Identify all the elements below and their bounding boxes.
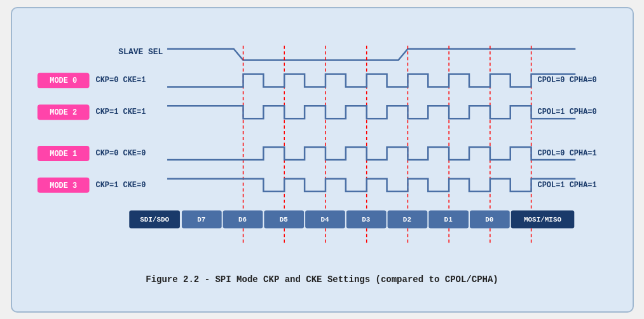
mode3-right: CPOL=1 CPHA=1: [537, 180, 596, 189]
mode1-waveform: [167, 146, 575, 159]
d1-label: D1: [444, 216, 453, 223]
diagram-area: SLAVE SEL MODE 0 CKP=0 CKE=1 CPOL=0 CPHA…: [25, 20, 620, 268]
mode3-waveform: [167, 178, 575, 191]
slave-sel-waveform: [167, 48, 575, 60]
timing-diagram-svg: SLAVE SEL MODE 0 CKP=0 CKE=1 CPOL=0 CPHA…: [25, 20, 620, 268]
main-container: SLAVE SEL MODE 0 CKP=0 CKE=1 CPOL=0 CPHA…: [11, 7, 634, 313]
d4-label: D4: [320, 216, 329, 223]
mode1-label: MODE 1: [50, 149, 77, 158]
d7-label: D7: [197, 216, 205, 223]
sdi-sdo-label: SDI/SDO: [140, 216, 169, 223]
mode3-label: MODE 3: [50, 181, 77, 190]
d5-label: D5: [279, 216, 287, 223]
mosi-miso-label: MOSI/MISO: [523, 216, 561, 223]
mode0-label: MODE 0: [50, 76, 77, 85]
slave-sel-label: SLAVE SEL: [118, 46, 163, 56]
mode2-label: MODE 2: [50, 108, 77, 117]
d3-label: D3: [362, 216, 371, 223]
mode2-params: CKP=1 CKE=1: [95, 108, 146, 117]
mode0-right: CPOL=0 CPHA=0: [537, 76, 596, 85]
mode2-waveform: [167, 106, 575, 118]
mode1-params: CKP=0 CKE=0: [95, 148, 146, 157]
mode0-params: CKP=0 CKE=1: [95, 76, 146, 85]
mode1-right: CPOL=0 CPHA=1: [537, 148, 596, 157]
figure-caption: Figure 2.2 - SPI Mode CKP and CKE Settin…: [25, 274, 620, 285]
mode0-waveform: [167, 74, 575, 87]
mode2-right: CPOL=1 CPHA=0: [537, 108, 596, 117]
d2-label: D2: [402, 216, 411, 223]
mode3-params: CKP=1 CKE=0: [95, 180, 146, 189]
d6-label: D6: [238, 216, 246, 223]
d0-label: D0: [485, 216, 493, 223]
